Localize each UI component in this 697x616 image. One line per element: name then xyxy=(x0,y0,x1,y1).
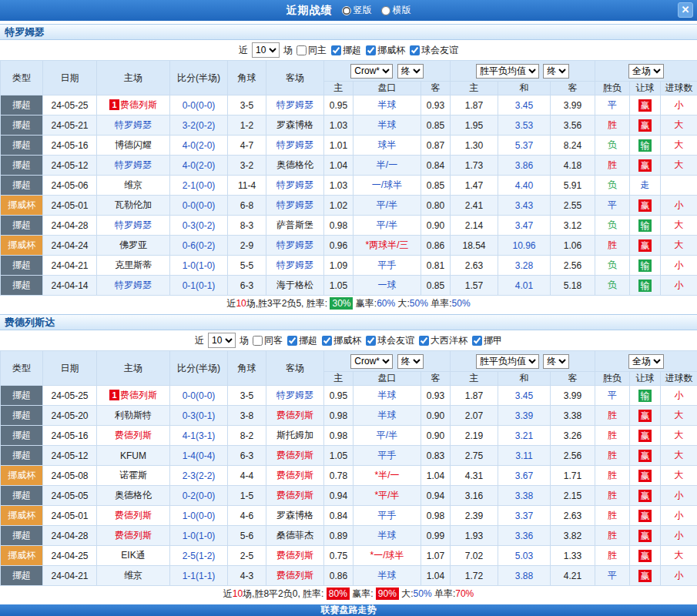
league-type-cell: 挪威杯 xyxy=(1,506,43,526)
handicap-result-badge: 输 xyxy=(638,139,652,152)
goals-result-cell: 大 xyxy=(661,156,697,176)
filter-挪威杯[interactable]: 挪威杯 xyxy=(366,44,405,57)
date-cell: 24-05-08 xyxy=(43,466,97,486)
col-header-away: 客场 xyxy=(266,351,324,386)
odds-away-cell: 3.99 xyxy=(551,95,595,116)
summary-segment: 近 xyxy=(223,588,233,599)
close-button[interactable]: ✕ xyxy=(678,2,693,18)
match-row: 挪超24-04-28特罗姆瑟0-3(0-2)8-3萨普斯堡0.98平/半0.90… xyxy=(1,216,697,236)
col-header-date: 日期 xyxy=(43,61,97,95)
filter-checkbox[interactable] xyxy=(419,336,429,346)
league-type-cell: 挪超 xyxy=(1,406,43,426)
home-team-name: 特罗姆瑟 xyxy=(115,280,152,290)
bookmaker-select[interactable]: Crow* xyxy=(350,64,393,79)
date-cell: 24-05-12 xyxy=(43,156,97,176)
summary-segment: 单率: xyxy=(432,588,456,599)
initial-final-select[interactable]: 终 xyxy=(543,354,569,369)
away-team-cell: 特罗姆瑟 xyxy=(266,95,324,116)
corners-cell: 5-6 xyxy=(228,526,266,546)
handicap-result-cell: 赢 xyxy=(630,526,661,546)
initial-final-select[interactable]: 终 xyxy=(397,354,424,369)
odds-away-cell: 3.82 xyxy=(551,526,595,546)
filter-挪超[interactable]: 挪超 xyxy=(331,44,361,57)
odds-away-cell: 4.21 xyxy=(551,566,595,586)
home-team-name: 特罗姆瑟 xyxy=(115,159,152,170)
away-team-cell: 萨普斯堡 xyxy=(266,216,324,236)
near-label: 近 xyxy=(195,334,204,347)
rounds-select[interactable]: 10 xyxy=(252,42,280,58)
odds-away-cell: 1.71 xyxy=(551,466,595,486)
filter-同客[interactable]: 同客 xyxy=(253,334,283,347)
handicap-result-cell: 赢 xyxy=(630,406,661,426)
scope-select[interactable]: 全场 xyxy=(628,354,664,369)
vertical-radio[interactable] xyxy=(342,6,351,15)
filter-checkbox[interactable] xyxy=(472,336,482,346)
filter-球会友谊[interactable]: 球会友谊 xyxy=(410,44,458,57)
asian-odds-header: Crow* 终 xyxy=(324,351,451,372)
scope-header: 全场 xyxy=(595,61,697,82)
filter-挪威杯[interactable]: 挪威杯 xyxy=(322,334,361,347)
scope-header: 全场 xyxy=(595,351,697,372)
filter-checkbox[interactable] xyxy=(410,45,420,55)
ah-away-odds-cell: 0.80 xyxy=(421,196,451,216)
filter-label: 挪超 xyxy=(343,44,361,57)
layout-horizontal-option[interactable]: 横版 xyxy=(381,4,411,17)
score-cell: 0-6(0-2) xyxy=(170,236,228,256)
result-cell: 胜 xyxy=(595,486,630,506)
filter-挪超[interactable]: 挪超 xyxy=(287,334,317,347)
europe-odds-select[interactable]: 胜平负均值 xyxy=(476,64,539,79)
filter-checkbox[interactable] xyxy=(322,336,332,346)
filter-同主[interactable]: 同主 xyxy=(297,44,327,57)
corners-cell: 1-2 xyxy=(228,116,266,136)
col-header-result: 胜负 xyxy=(595,82,630,95)
scope-select[interactable]: 全场 xyxy=(628,64,664,79)
home-team-name: 特罗姆瑟 xyxy=(115,119,152,130)
handicap-result-badge: 赢 xyxy=(638,410,652,422)
score-cell: 0-0(0-0) xyxy=(170,95,228,116)
filter-checkbox[interactable] xyxy=(253,336,263,346)
europe-odds-select[interactable]: 胜平负均值 xyxy=(476,354,539,369)
league-type-cell: 挪超 xyxy=(1,426,43,446)
summary-segment: 50% xyxy=(452,298,471,309)
away-team-name: 费德列斯 xyxy=(276,570,313,581)
odds-draw-cell: 3.86 xyxy=(498,156,551,176)
filter-checkbox[interactable] xyxy=(331,45,341,55)
results-table: 类型 日期 主场 比分(半场) 角球 客场 Crow* 终 胜平负均值 终 xyxy=(0,60,697,296)
ah-home-odds-cell: 0.96 xyxy=(324,236,354,256)
away-team-name: 萨普斯堡 xyxy=(276,219,313,230)
match-row: 挪超24-04-14特罗姆瑟0-1(0-1)6-3海于格松1.05一球0.851… xyxy=(1,276,697,296)
layout-vertical-option[interactable]: 竖版 xyxy=(342,4,372,17)
summary-line: 近10场,胜3平2负5, 胜率: 30% 赢率:60% 大:50% 单率:50% xyxy=(0,296,697,311)
initial-final-select[interactable]: 终 xyxy=(397,64,424,79)
filter-checkbox[interactable] xyxy=(366,45,376,55)
home-team-cell: 费德列斯 xyxy=(97,426,170,446)
filter-挪甲[interactable]: 挪甲 xyxy=(472,334,502,347)
ah-away-odds-cell: 0.85 xyxy=(421,276,451,296)
score-cell: 0-0(0-0) xyxy=(170,196,228,216)
handicap-result-cell: 输 xyxy=(630,216,661,236)
bottom-nav-bar[interactable]: 联赛盘路走势 xyxy=(0,604,697,616)
titlebar: 近期战绩 竖版 横版 ✕ xyxy=(0,0,697,21)
filter-label: 球会友谊 xyxy=(377,334,414,347)
home-team-name: 瓦勒伦加 xyxy=(115,199,152,210)
filter-球会友谊[interactable]: 球会友谊 xyxy=(366,334,414,347)
bookmaker-select[interactable]: Crow* xyxy=(350,354,393,369)
ah-home-odds-cell: 0.95 xyxy=(324,386,354,406)
odds-home-cell: 1.72 xyxy=(451,566,498,586)
ah-line-cell: 平/半 xyxy=(354,196,421,216)
filter-checkbox[interactable] xyxy=(366,336,376,346)
ah-away-odds-cell: 0.84 xyxy=(421,156,451,176)
col-header-odds-away: 客 xyxy=(551,372,595,386)
filter-checkbox[interactable] xyxy=(287,336,297,346)
home-team-name: 费德列斯 xyxy=(115,430,152,440)
score-cell: 1-0(1-0) xyxy=(170,256,228,276)
horizontal-radio[interactable] xyxy=(381,6,390,15)
filter-checkbox[interactable] xyxy=(297,45,307,55)
vertical-radio-label: 竖版 xyxy=(354,4,372,17)
rounds-select[interactable]: 10 xyxy=(208,333,236,348)
filter-大西洋杯[interactable]: 大西洋杯 xyxy=(419,334,467,347)
league-type-cell: 挪超 xyxy=(1,176,43,196)
initial-final-select[interactable]: 终 xyxy=(543,64,569,79)
home-team-name: 费德列斯 xyxy=(120,390,157,400)
ah-away-odds-cell: 1.04 xyxy=(421,566,451,586)
